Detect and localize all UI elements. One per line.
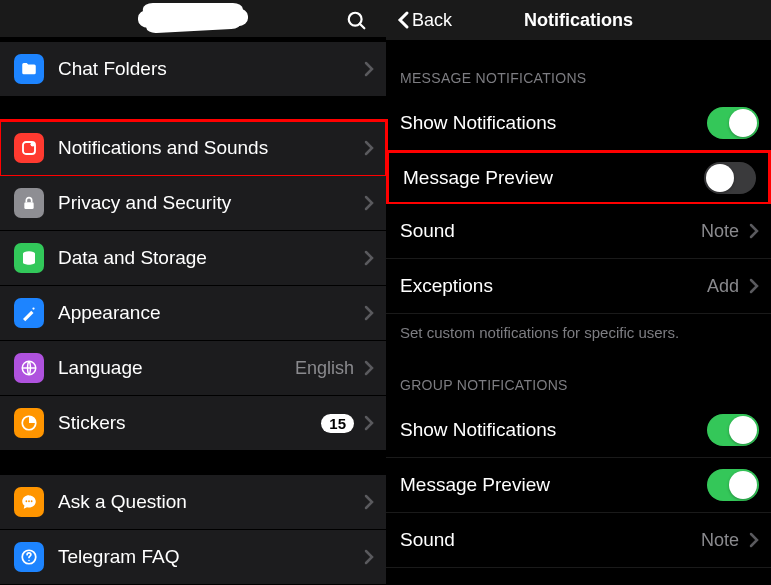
row-group-sound[interactable]: Sound Note [386, 513, 771, 568]
chevron-right-icon [364, 61, 374, 77]
row-chat-folders[interactable]: Chat Folders [0, 42, 386, 97]
back-button[interactable]: Back [396, 10, 452, 31]
chevron-right-icon [749, 278, 759, 294]
row-value: English [295, 358, 354, 379]
lock-icon [14, 188, 44, 218]
svg-point-11 [31, 500, 33, 502]
section-header-group: GROUP NOTIFICATIONS [386, 361, 771, 403]
row-value: Note [701, 530, 739, 551]
row-group-show-notifications[interactable]: Show Notifications [386, 403, 771, 458]
row-data-storage[interactable]: Data and Storage [0, 231, 386, 286]
row-appearance[interactable]: Appearance [0, 286, 386, 341]
left-header [0, 0, 386, 37]
notifications-pane: Back Notifications MESSAGE NOTIFICATIONS… [386, 0, 771, 585]
row-label: Privacy and Security [58, 192, 360, 214]
chevron-right-icon [364, 250, 374, 266]
svg-point-6 [32, 307, 34, 309]
chevron-right-icon [749, 223, 759, 239]
row-label: Message Preview [403, 167, 704, 189]
search-icon[interactable] [346, 10, 368, 32]
row-label: Show Notifications [400, 419, 707, 441]
row-exceptions[interactable]: Exceptions Add [386, 259, 771, 314]
row-label: Ask a Question [58, 491, 360, 513]
settings-list: Chat Folders Notifications and Sounds Pr… [0, 42, 386, 585]
help-icon [14, 542, 44, 572]
toggle-group-show-notifications[interactable] [707, 414, 759, 446]
row-notifications-sounds[interactable]: Notifications and Sounds [0, 121, 386, 176]
svg-point-3 [31, 142, 36, 147]
row-label: Language [58, 357, 295, 379]
storage-icon [14, 243, 44, 273]
globe-icon [14, 353, 44, 383]
chevron-right-icon [364, 549, 374, 565]
row-label: Stickers [58, 412, 321, 434]
chat-icon [14, 487, 44, 517]
row-label: Exceptions [400, 275, 707, 297]
row-sound[interactable]: Sound Note [386, 204, 771, 259]
section-header-message: MESSAGE NOTIFICATIONS [386, 40, 771, 96]
notifications-icon [14, 133, 44, 163]
row-group-message-preview[interactable]: Message Preview [386, 458, 771, 513]
right-header: Back Notifications [386, 0, 771, 40]
svg-rect-4 [24, 202, 33, 209]
row-label: Notifications and Sounds [58, 137, 360, 159]
row-message-preview[interactable]: Message Preview [386, 150, 771, 205]
svg-point-9 [25, 500, 27, 502]
row-value: Add [707, 276, 739, 297]
chevron-right-icon [364, 195, 374, 211]
chevron-right-icon [364, 415, 374, 431]
row-label: Sound [400, 220, 701, 242]
row-label: Data and Storage [58, 247, 360, 269]
chevron-left-icon [396, 10, 410, 30]
toggle-message-preview[interactable] [704, 162, 756, 194]
chevron-right-icon [364, 360, 374, 376]
row-label: Telegram FAQ [58, 546, 360, 568]
chevron-right-icon [364, 140, 374, 156]
row-label: Appearance [58, 302, 360, 324]
settings-pane: Chat Folders Notifications and Sounds Pr… [0, 0, 386, 585]
svg-point-10 [28, 500, 30, 502]
section-footer: Set custom notifications for specific us… [386, 314, 771, 361]
folder-icon [14, 54, 44, 84]
row-label: Message Preview [400, 474, 707, 496]
chevron-right-icon [364, 494, 374, 510]
chevron-right-icon [364, 305, 374, 321]
row-ask-question[interactable]: Ask a Question [0, 475, 386, 530]
row-privacy-security[interactable]: Privacy and Security [0, 176, 386, 231]
row-show-notifications[interactable]: Show Notifications [386, 96, 771, 151]
row-label: Show Notifications [400, 112, 707, 134]
row-language[interactable]: Language English [0, 341, 386, 396]
row-stickers[interactable]: Stickers 15 [0, 396, 386, 451]
row-label: Sound [400, 529, 701, 551]
row-label: Chat Folders [58, 58, 360, 80]
stickers-badge: 15 [321, 414, 354, 433]
stickers-icon [14, 408, 44, 438]
svg-line-1 [360, 24, 365, 29]
appearance-icon [14, 298, 44, 328]
toggle-group-message-preview[interactable] [707, 469, 759, 501]
row-faq[interactable]: Telegram FAQ [0, 530, 386, 585]
svg-point-13 [28, 560, 30, 562]
row-value: Note [701, 221, 739, 242]
account-name-redacted [138, 8, 248, 28]
toggle-show-notifications[interactable] [707, 107, 759, 139]
back-label: Back [412, 10, 452, 31]
chevron-right-icon [749, 532, 759, 548]
